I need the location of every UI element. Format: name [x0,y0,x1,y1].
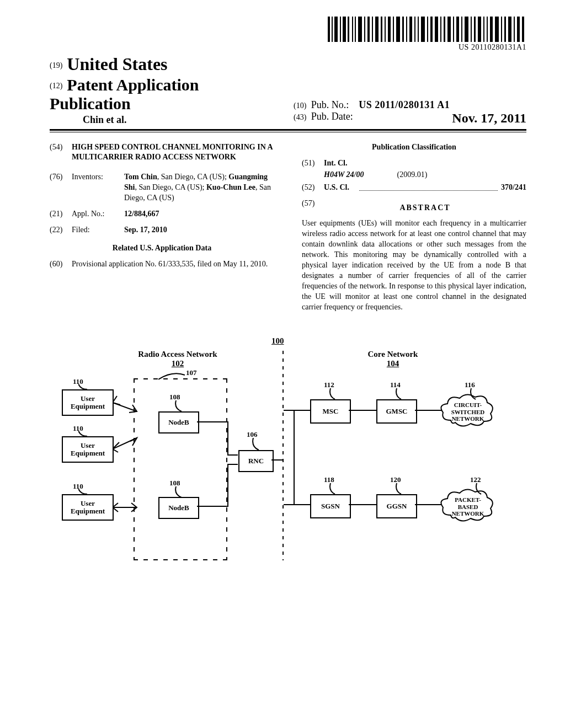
divider-thin [50,132,526,132]
ggsn-box: GGSN [376,494,417,518]
field-76-num: (76) [50,172,72,204]
field-57: (57) ABSTRACT [302,199,526,217]
link-gmsc-cloud [415,410,441,411]
link-div-msc [284,410,310,411]
core-title-text: Core Network [368,350,418,358]
svg-rect-46 [522,17,524,42]
hook-118 [328,483,336,495]
barcode-block: US 20110280131A1 [50,17,526,52]
field-60: (60) Provisional application No. 61/333,… [50,259,274,270]
svg-rect-27 [440,17,441,42]
abstract-text: User equipments (UEs) will monitor each … [302,218,526,312]
svg-rect-36 [478,17,481,42]
hook-108b [174,486,183,499]
biblio-left-col: (54) HIGH SPEED CONTROL CHANNEL MONITORI… [50,142,280,312]
figure-wrap: 100 Radio Access Network 102 Core Networ… [50,340,526,574]
field-76-body: Tom Chin, San Diego, CA (US); Guangming … [124,172,274,204]
abstract-heading: ABSTRACT [324,203,526,213]
svg-rect-40 [495,17,499,42]
link-div-sgsn [284,504,310,505]
field-54: (54) HIGH SPEED CONTROL CHANNEL MONITORI… [50,142,274,162]
nodeb-box-1: NodeB [158,411,199,433]
packet-cloud-label: PACKET- BASED NETWORK [449,496,487,516]
svg-rect-44 [514,17,515,42]
dots-leader [359,190,498,191]
link-vert-core [294,410,295,505]
field-22-num: (22) [50,225,72,235]
related-heading: Related U.S. Application Data [50,243,274,254]
svg-rect-16 [393,17,394,42]
pubclass-heading: Publication Classification [302,142,526,153]
svg-rect-7 [355,17,356,42]
svg-rect-34 [471,17,472,42]
msc-box: MSC [310,399,351,424]
svg-rect-9 [364,17,365,42]
link-msc-gmsc [349,410,376,411]
ipc-code: H04W 24/00 [324,170,364,180]
country: United States [67,54,167,74]
hook-110c [78,489,88,495]
field-76-label: Inventors: [72,172,124,204]
nodeb-box-2: NodeB [158,497,199,519]
svg-rect-11 [372,17,373,42]
field-60-num: (60) [50,259,72,270]
svg-rect-12 [375,17,379,42]
ue-box-1: User Equipment [62,389,114,416]
wireless-link-3 [113,500,140,516]
pubno-value: US 2011/0280131 A1 [359,99,450,110]
svg-rect-38 [487,17,488,42]
ue-box-3: User Equipment [62,494,114,521]
svg-rect-41 [501,17,502,42]
field-21-num: (21) [50,209,72,220]
field-54-title: HIGH SPEED CONTROL CHANNEL MONITORING IN… [72,142,274,162]
hook-108a [174,400,183,413]
svg-rect-17 [396,17,400,42]
field-22-label: Filed: [72,225,124,235]
prefix-12: (12) [50,82,62,90]
field-60-body: Provisional application No. 61/333,535, … [72,259,274,270]
svg-rect-45 [517,17,520,42]
field-51-num: (51) [302,158,324,169]
wireless-link-2 [113,433,140,456]
field-76: (76) Inventors: Tom Chin, San Diego, CA … [50,172,274,204]
field-52-label: U.S. Cl. [324,183,349,191]
lead-107 [158,373,186,383]
authors-line: Chin et al. [83,114,282,126]
svg-rect-31 [456,17,459,42]
svg-rect-19 [406,17,407,42]
svg-rect-10 [367,17,370,42]
svg-rect-5 [348,17,349,42]
inventor-1: Tom Chin [124,173,157,181]
svg-rect-35 [474,17,476,42]
ipc-date: (2009.01) [397,170,427,180]
ran-title-text: Radio Access Network [138,350,217,358]
svg-rect-4 [343,17,346,42]
svg-rect-21 [414,17,415,42]
field-51-label: Int. Cl. [324,158,526,169]
svg-rect-8 [358,17,362,42]
core-title: Core Network 104 [338,350,448,368]
svg-rect-32 [461,17,462,42]
ran-ref: 102 [122,359,233,368]
svg-rect-42 [504,17,506,42]
field-21: (21) Appl. No.: 12/884,667 [50,209,274,220]
field-21-value: 12/884,667 [124,210,159,218]
svg-rect-25 [430,17,433,42]
gmsc-box: GMSC [376,399,417,424]
link-ggsn-cloud [415,504,441,505]
svg-rect-2 [334,17,338,42]
svg-rect-1 [332,17,333,42]
svg-rect-22 [418,17,419,42]
biblio: (54) HIGH SPEED CONTROL CHANNEL MONITORI… [50,142,526,312]
svg-rect-0 [328,17,330,42]
packet-cloud: PACKET- BASED NETWORK [440,489,495,526]
biblio-right-col: Publication Classification (51) Int. Cl.… [302,142,526,312]
svg-rect-33 [465,17,468,42]
barcode-text: US 20110280131A1 [328,43,526,52]
field-52-num: (52) [302,183,324,193]
ran-title: Radio Access Network 102 [122,350,233,368]
hook-112 [328,388,336,400]
hook-120 [395,483,402,495]
svg-rect-13 [381,17,382,42]
field-57-num: (57) [302,199,324,217]
